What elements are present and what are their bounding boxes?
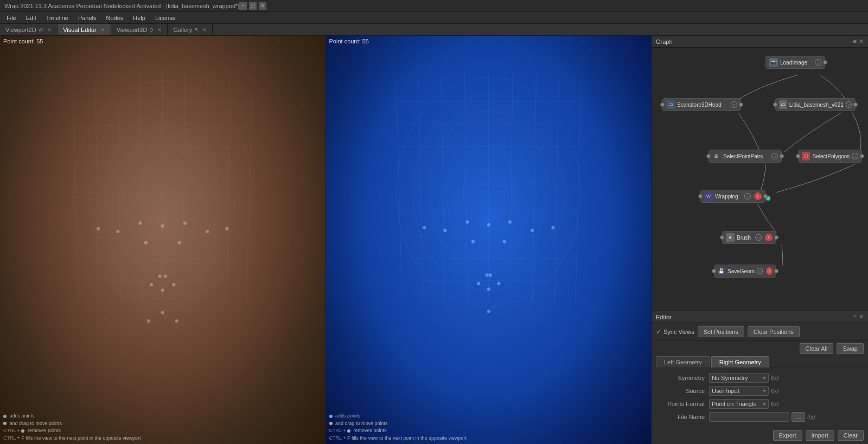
- import-button[interactable]: Import: [806, 430, 834, 441]
- clear-all-button[interactable]: Clear All: [800, 343, 834, 354]
- node-select-point-pairs-toggle[interactable]: ○: [771, 153, 778, 159]
- editor-icon2[interactable]: ✕: [859, 313, 864, 320]
- graph-icon1[interactable]: ≡: [853, 38, 857, 45]
- node-scanstore-port-left: [660, 102, 665, 107]
- node-wrapping-toggle[interactable]: ○: [744, 193, 751, 200]
- points-format-label: Points Format: [656, 401, 705, 407]
- menu-nodes[interactable]: Nodes: [102, 14, 128, 22]
- tab-gallery[interactable]: Gallery R ✕: [168, 24, 212, 35]
- editor-tabs: Left Geometry Right Geometry: [652, 356, 868, 368]
- node-load-image[interactable]: 📷 LoadImage ○: [765, 56, 825, 69]
- export-button[interactable]: Export: [773, 430, 802, 441]
- tab-gallery-shortcut: R: [194, 27, 198, 33]
- prop-file-name: File Name … f(x): [656, 410, 864, 423]
- graph-section: Graph ≡ ✕: [652, 36, 868, 311]
- svg-line-11: [205, 75, 207, 301]
- minimize-button[interactable]: ─: [239, 2, 247, 10]
- face-render-right: [326, 36, 652, 444]
- node-brush[interactable]: ● Brush ○ !: [722, 231, 776, 244]
- maximize-button[interactable]: □: [249, 2, 257, 10]
- svg-point-33: [164, 274, 167, 278]
- clear-positions-button[interactable]: Clear Positions: [748, 326, 800, 337]
- tab-visual-editor-close[interactable]: ✕: [101, 27, 105, 33]
- menu-file[interactable]: File: [2, 14, 21, 22]
- svg-line-50: [509, 72, 512, 303]
- menu-license[interactable]: License: [151, 14, 180, 22]
- svg-point-32: [158, 274, 161, 278]
- symmetry-control: No Symmetry X Symmetry Y Symmetry ▼ f(x): [709, 373, 864, 383]
- menu-panels[interactable]: Panels: [74, 14, 101, 22]
- tab-viewport2d-close[interactable]: ✕: [47, 27, 52, 33]
- svg-point-75: [488, 273, 492, 276]
- svg-point-31: [178, 241, 181, 244]
- node-lidia-toggle[interactable]: ○: [846, 101, 852, 108]
- swap-button[interactable]: Swap: [837, 343, 864, 354]
- node-wrapping[interactable]: W Wrapping ○ !: [700, 190, 765, 203]
- svg-point-67: [508, 220, 511, 223]
- graph-header-icons: ≡ ✕: [853, 38, 864, 45]
- file-browse-button[interactable]: …: [792, 412, 805, 422]
- tab-viewport3d[interactable]: Viewport3D Q ✕: [111, 24, 168, 35]
- node-select-polygons-port-left: [796, 154, 800, 158]
- symmetry-dropdown[interactable]: No Symmetry X Symmetry Y Symmetry: [709, 373, 769, 383]
- editor-section: Editor ≡ ✕ ✓ Sync Views Set Positions Cl…: [652, 311, 868, 444]
- viewport-left[interactable]: Point count: 55: [0, 36, 326, 444]
- svg-point-70: [423, 226, 426, 229]
- graph-title: Graph: [656, 38, 673, 45]
- svg-point-28: [97, 227, 100, 230]
- tab-viewport3d-close[interactable]: ✕: [157, 27, 162, 33]
- node-load-image-label: LoadImage: [780, 60, 807, 66]
- node-wrapping-port-left: [698, 194, 703, 198]
- node-scanstore-label: Scanstore3DHead: [677, 102, 722, 108]
- svg-point-34: [150, 283, 153, 286]
- node-canvas[interactable]: 📷 LoadImage ○ 🗂 Scanstore3DHead ○: [652, 48, 868, 311]
- file-input-row: …: [709, 412, 805, 422]
- points-format-dropdown[interactable]: Point on Triangle XYZ Coordinates: [709, 399, 769, 409]
- node-save-geom-toggle[interactable]: ○: [757, 268, 763, 274]
- node-select-point-pairs[interactable]: ⊞ SelectPointPairs ○: [709, 150, 782, 163]
- clear-button[interactable]: Clear: [838, 430, 864, 441]
- node-select-point-pairs-port-left: [706, 154, 711, 158]
- graph-icon2[interactable]: ✕: [859, 38, 864, 45]
- node-lidia-port-left: [773, 102, 777, 107]
- source-dropdown[interactable]: User Input File: [709, 386, 769, 396]
- node-save-geom[interactable]: 💾 SaveGeom ○ !: [714, 265, 776, 278]
- svg-line-64: [505, 201, 533, 203]
- set-positions-button[interactable]: Set Positions: [698, 326, 744, 337]
- svg-line-7: [118, 75, 120, 301]
- editor-icon1[interactable]: ≡: [853, 313, 857, 320]
- tab-gallery-close[interactable]: ✕: [202, 27, 207, 33]
- viewport-right[interactable]: Point count: 55: [326, 36, 652, 444]
- tab-left-geometry[interactable]: Left Geometry: [656, 356, 710, 368]
- close-button[interactable]: ✕: [259, 2, 266, 10]
- menu-help[interactable]: Help: [129, 14, 150, 22]
- node-brush-toggle[interactable]: ○: [755, 234, 762, 241]
- node-lidia[interactable]: 🗂 Lidia_basemesh_v021 ○: [775, 98, 856, 111]
- svg-line-8: [140, 72, 142, 301]
- tab-viewport2d[interactable]: Viewport2D W ✕: [0, 24, 58, 35]
- tabbar: Viewport2D W ✕ Visual Editor ✕ Viewport3…: [0, 24, 868, 36]
- tab-right-geometry[interactable]: Right Geometry: [711, 356, 769, 368]
- node-scanstore[interactable]: 🗂 Scanstore3DHead ○: [662, 98, 741, 111]
- file-name-input[interactable]: [709, 412, 789, 422]
- tab-visual-editor[interactable]: Visual Editor ✕: [58, 24, 111, 35]
- node-select-point-pairs-port-right: [780, 154, 784, 158]
- menu-edit[interactable]: Edit: [22, 14, 41, 22]
- svg-line-63: [444, 201, 472, 203]
- tab-left-geometry-label: Left Geometry: [664, 359, 702, 365]
- svg-point-27: [206, 230, 209, 233]
- svg-point-38: [147, 319, 150, 323]
- window-controls: ─ □ ✕: [239, 2, 266, 10]
- node-load-image-toggle[interactable]: ○: [815, 59, 821, 66]
- sync-views-label: Sync Views: [663, 329, 694, 335]
- tab-gallery-label: Gallery: [173, 27, 192, 33]
- svg-point-37: [161, 311, 164, 314]
- prop-source: Source User Input File ▼ f(x): [656, 384, 864, 397]
- tab-group-main: Viewport2D W ✕ Visual Editor ✕ Viewport3…: [0, 24, 213, 35]
- menu-timeline[interactable]: Timeline: [42, 14, 73, 22]
- node-select-polygons-toggle[interactable]: ○: [852, 153, 858, 159]
- node-scanstore-toggle[interactable]: ○: [731, 101, 737, 108]
- svg-point-23: [161, 224, 164, 228]
- node-select-polygons[interactable]: ⬡ SelectPolygons ○: [798, 150, 862, 163]
- tab-visual-editor-label: Visual Editor: [63, 27, 97, 33]
